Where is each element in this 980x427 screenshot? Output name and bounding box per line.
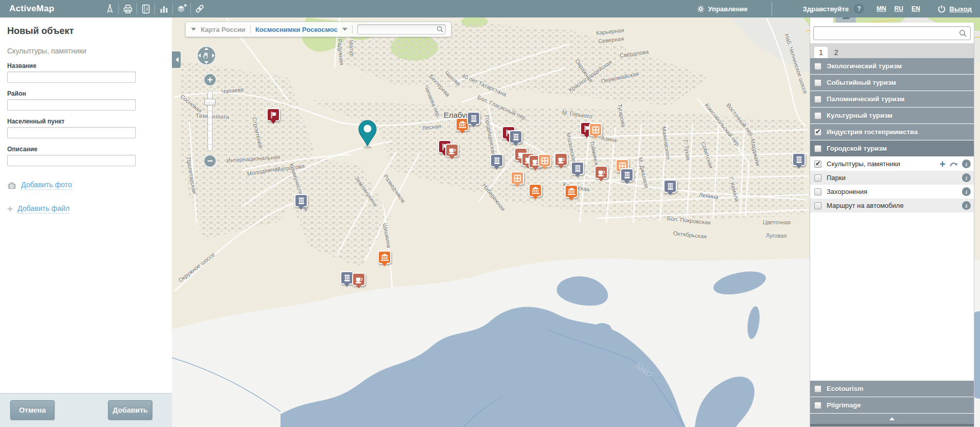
page-tab-2[interactable]: 2: [830, 47, 843, 58]
map-marker-monument[interactable]: [663, 180, 677, 193]
chevron-down-icon[interactable]: [191, 28, 196, 33]
group-checkbox[interactable]: [814, 385, 821, 393]
logout-button[interactable]: Выход: [937, 4, 972, 14]
description-input[interactable]: [7, 155, 136, 166]
gear-icon: [696, 5, 705, 13]
pan-left-icon[interactable]: [198, 54, 201, 58]
divider: [250, 25, 251, 33]
measure-icon[interactable]: [101, 0, 118, 17]
layer-item-parks[interactable]: Парки i: [810, 171, 974, 185]
map-marker-cafe[interactable]: [554, 153, 568, 166]
layer-group-city[interactable]: Городской туризм: [810, 140, 974, 156]
group-checkbox[interactable]: [814, 79, 821, 86]
info-icon[interactable]: i: [962, 187, 971, 196]
lang-mn[interactable]: MN: [877, 5, 886, 12]
zoom-in-button[interactable]: +: [203, 73, 217, 86]
layer-group-eco[interactable]: Экологический туризм: [810, 58, 974, 74]
map-marker-monument[interactable]: [571, 162, 584, 175]
layer-item-burials[interactable]: Захоронения i: [810, 185, 974, 199]
layers-panel-body: 1 2 Экологический туризм Событийный тури…: [810, 23, 974, 427]
layer-group-pilgrim[interactable]: Паломнический туризм: [810, 91, 974, 107]
layer-group-hospitality[interactable]: Индустрия гостеприимства: [810, 124, 974, 140]
greeting-text: Здравствуйте: [803, 5, 849, 13]
info-icon[interactable]: i: [962, 201, 971, 210]
map-marker-monument[interactable]: [467, 112, 480, 125]
map-marker-monument[interactable]: [294, 194, 308, 207]
header-right: Управление Здравствуйте ? MN RU EN Выход: [696, 0, 980, 17]
basemap-option-kosmosnimki[interactable]: Космоснимки Роскосмос: [255, 26, 338, 33]
chevron-down-icon[interactable]: [342, 28, 347, 33]
print-icon[interactable]: [119, 0, 136, 17]
header-divider: [772, 2, 772, 15]
collapse-panel-button[interactable]: [810, 414, 974, 424]
layer-group-ecotourism[interactable]: Ecotourism: [810, 381, 974, 397]
map-marker-bank[interactable]: [378, 251, 391, 264]
map-marker-cafe[interactable]: [445, 144, 459, 157]
layer-item-sculptures[interactable]: Скульптуры, памятники + i: [810, 157, 974, 171]
layer-checkbox[interactable]: [814, 202, 821, 209]
layer-group-pilgrimage[interactable]: Pilgrimage: [810, 397, 974, 413]
map-marker-monument[interactable]: [509, 130, 522, 144]
pan-control[interactable]: [197, 46, 216, 65]
map-marker-flag[interactable]: [267, 108, 280, 121]
map-marker-bank[interactable]: [529, 184, 542, 197]
info-icon[interactable]: i: [962, 159, 971, 168]
name-input[interactable]: [7, 72, 136, 83]
lang-ru[interactable]: RU: [895, 5, 903, 12]
layers-search-input[interactable]: [813, 26, 971, 40]
zoom-out-button[interactable]: −: [203, 154, 217, 168]
pan-right-icon[interactable]: [212, 54, 215, 58]
add-layer-icon[interactable]: [173, 0, 190, 17]
basemap-switcher: Карта России Космоснимки Роскосмос: [185, 22, 451, 37]
layer-group-cultural[interactable]: Культурный туризм: [810, 108, 974, 123]
group-checkbox[interactable]: [814, 63, 821, 70]
legend-book-icon[interactable]: i: [137, 0, 154, 17]
settlement-input[interactable]: [7, 127, 136, 138]
layers-search: [810, 23, 974, 43]
management-button[interactable]: Управление: [696, 5, 748, 13]
cancel-button[interactable]: Отмена: [10, 400, 55, 420]
map-marker-window[interactable]: [538, 154, 551, 167]
group-checkbox[interactable]: [814, 129, 821, 136]
collapse-left-panel-button[interactable]: [172, 51, 181, 68]
new-object-panel: Новый объект Скульптуры, памятники Назва…: [0, 17, 172, 427]
map-marker-monument[interactable]: [620, 168, 634, 182]
add-file-button[interactable]: + Добавить файл: [7, 204, 172, 214]
group-checkbox[interactable]: [814, 402, 821, 409]
layer-checkbox[interactable]: [814, 188, 821, 195]
pan-up-icon[interactable]: [204, 47, 208, 50]
group-checkbox[interactable]: [814, 96, 821, 103]
district-input[interactable]: [7, 99, 136, 111]
share-link-icon[interactable]: [191, 0, 208, 17]
basemap-option-russia[interactable]: Карта России: [201, 26, 246, 33]
statistics-icon[interactable]: [155, 0, 172, 17]
map-marker-monument[interactable]: [792, 153, 806, 166]
zoom-slider-handle[interactable]: [204, 99, 216, 105]
lang-en[interactable]: EN: [912, 5, 920, 12]
submit-button[interactable]: Добавить: [108, 400, 152, 420]
page-tab-1[interactable]: 1: [814, 47, 828, 58]
add-object-icon[interactable]: +: [939, 160, 946, 168]
info-icon[interactable]: i: [962, 173, 971, 182]
add-photo-button[interactable]: Добавить фото: [7, 181, 172, 190]
group-checkbox[interactable]: [814, 145, 821, 152]
map-marker-cafe[interactable]: [594, 166, 608, 179]
help-badge[interactable]: ?: [854, 4, 864, 14]
svg-text:i: i: [146, 6, 148, 12]
layer-item-car-route[interactable]: Маршрут на автомобиле i: [810, 199, 974, 212]
panel-title: Новый объект: [7, 26, 172, 37]
map-marker-window[interactable]: [589, 123, 602, 136]
map-search-input[interactable]: [357, 24, 446, 34]
map-marker-cafe[interactable]: [352, 273, 365, 286]
hand-icon: [202, 51, 211, 60]
app-header: ActiveMap i Управление Здравствуйте ? MN…: [0, 0, 980, 17]
layer-checkbox[interactable]: [814, 161, 821, 168]
map-marker-monument[interactable]: [490, 154, 503, 167]
layer-checkbox[interactable]: [814, 174, 821, 182]
pan-down-icon[interactable]: [204, 61, 208, 64]
map-marker-bank[interactable]: [565, 185, 578, 198]
draw-route-icon[interactable]: [950, 161, 958, 167]
layer-group-event[interactable]: Событийный туризм: [810, 75, 974, 91]
map-marker-window[interactable]: [511, 171, 524, 185]
group-checkbox[interactable]: [814, 112, 821, 119]
